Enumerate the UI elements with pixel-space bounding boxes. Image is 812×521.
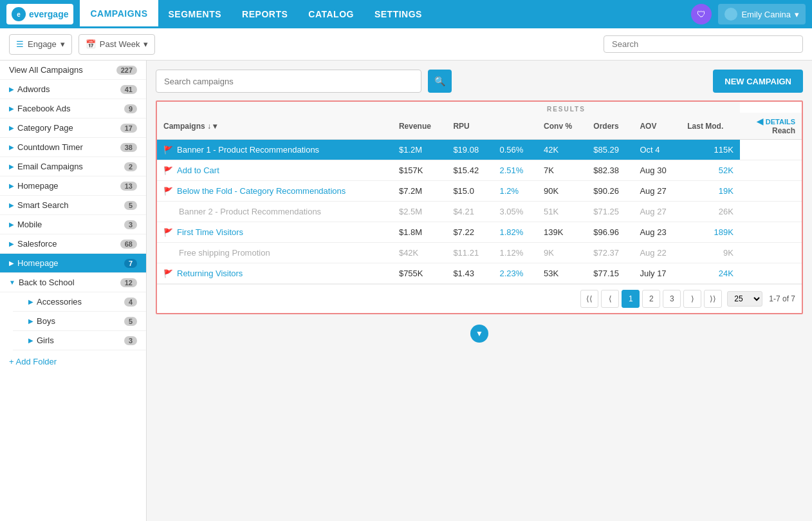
facebook-ads-label: Facebook Ads bbox=[17, 104, 124, 113]
last-mod-cell: Oct 4 bbox=[633, 140, 681, 160]
facebook-ads-count: 9 bbox=[124, 104, 137, 113]
engage-dropdown[interactable]: ☰ Engage ▾ bbox=[9, 34, 72, 55]
th-conv[interactable]: Conv % bbox=[537, 113, 587, 140]
search-input[interactable] bbox=[604, 35, 803, 53]
table-row[interactable]: 🚩 Returning Visitors $755K $1.43 2.23% 5… bbox=[157, 263, 802, 284]
reach-cell: 9K bbox=[681, 243, 740, 263]
arrow-icon: ▶ bbox=[28, 317, 33, 325]
add-folder-button[interactable]: + Add Folder bbox=[0, 350, 146, 373]
girls-count: 3 bbox=[124, 336, 137, 345]
sidebar-item-back-to-school[interactable]: ▼ Back to School 12 bbox=[0, 273, 146, 292]
page-last-button[interactable]: ⟩⟩ bbox=[704, 290, 722, 308]
table-row[interactable]: 🚩 First Time Visitors $1.8M $7.22 1.82% … bbox=[157, 222, 802, 243]
sidebar-item-accessories[interactable]: ▶ Accessories 4 bbox=[13, 292, 146, 312]
view-all-label: View All Campaigns bbox=[9, 65, 116, 75]
last-mod-cell: July 17 bbox=[633, 263, 681, 284]
homepage-label: Homepage bbox=[17, 181, 120, 191]
view-all-count: 227 bbox=[116, 66, 137, 75]
th-last-mod[interactable]: Last Mod. bbox=[681, 113, 740, 140]
th-orders[interactable]: Orders bbox=[587, 113, 633, 140]
revenue-cell: $157K bbox=[392, 160, 447, 181]
email-campaigns-count: 2 bbox=[124, 162, 137, 171]
th-aov[interactable]: AOV bbox=[633, 113, 681, 140]
per-page-select[interactable]: 25 50 100 bbox=[727, 291, 762, 307]
campaign-name-cell: 🚩 Returning Visitors bbox=[157, 263, 392, 284]
sidebar-item-smart-search[interactable]: ▶ Smart Search 5 bbox=[0, 196, 146, 215]
sidebar-item-boys[interactable]: ▶ Boys 5 bbox=[13, 312, 146, 331]
sidebar-item-category-page[interactable]: ▶ Category Page 17 bbox=[0, 118, 146, 138]
girls-label: Girls bbox=[37, 336, 124, 345]
table-row[interactable]: 🚩 Add to Cart $157K $15.42 2.51% 7K $82.… bbox=[157, 160, 802, 181]
arrow-icon: ▶ bbox=[9, 221, 14, 228]
collapse-button[interactable]: ▼ bbox=[470, 325, 488, 343]
table-row[interactable]: 🚩 Below the Fold - Category Recommendati… bbox=[157, 181, 802, 202]
orders-cell: 139K bbox=[537, 222, 587, 243]
page-3-button[interactable]: 3 bbox=[663, 290, 681, 308]
period-dropdown[interactable]: 📅 Past Week ▾ bbox=[78, 34, 156, 55]
conv-cell: 1.12% bbox=[493, 243, 537, 263]
top-navigation: e evergage CAMPAIGNS SEGMENTS REPORTS CA… bbox=[0, 0, 812, 28]
sidebar-item-salesforce[interactable]: ▶ Salesforce 68 bbox=[0, 234, 146, 254]
sidebar-item-homepage-active[interactable]: ▶ Homepage 7 bbox=[0, 254, 146, 273]
calendar-icon: 📅 bbox=[86, 39, 96, 49]
flag-icon: 🚩 bbox=[163, 146, 173, 155]
back-to-school-count: 12 bbox=[120, 278, 137, 287]
search-campaigns-button[interactable]: 🔍 bbox=[428, 70, 452, 93]
th-campaigns[interactable]: Campaigns ↓ ▾ bbox=[157, 113, 392, 140]
page-first-button[interactable]: ⟨⟨ bbox=[580, 290, 598, 308]
search-area bbox=[604, 35, 803, 53]
th-rpu[interactable]: RPU bbox=[447, 113, 493, 140]
orders-cell: 53K bbox=[537, 263, 587, 284]
arrow-icon: ▶ bbox=[9, 202, 14, 209]
revenue-cell: $42K bbox=[392, 243, 447, 263]
th-details[interactable]: ◀ DETAILS Reach bbox=[740, 113, 802, 140]
table-row[interactable]: Banner 2 - Product Recommendations $2.5M… bbox=[157, 202, 802, 222]
orders-cell: 7K bbox=[537, 160, 587, 181]
user-area: 🛡 Emily Canina ▾ bbox=[691, 4, 806, 24]
dropdown-arrow-icon: ▾ bbox=[795, 10, 799, 19]
user-dropdown[interactable]: Emily Canina ▾ bbox=[718, 4, 806, 24]
search-campaigns-input[interactable] bbox=[156, 70, 421, 93]
conv-cell: 2.23% bbox=[493, 263, 537, 284]
email-campaigns-label: Email Campaigns bbox=[17, 162, 124, 171]
logo[interactable]: e evergage bbox=[6, 4, 73, 24]
new-campaign-button[interactable]: NEW CAMPAIGN bbox=[713, 70, 803, 93]
page-1-button[interactable]: 1 bbox=[622, 290, 640, 308]
sidebar-item-view-all[interactable]: View All Campaigns 227 bbox=[0, 61, 146, 80]
table-row[interactable]: Free shipping Promotion $42K $11.21 1.12… bbox=[157, 243, 802, 263]
rpu-cell: $15.42 bbox=[447, 160, 493, 181]
page-2-button[interactable]: 2 bbox=[642, 290, 660, 308]
revenue-cell: $1.2M bbox=[392, 140, 447, 160]
sidebar-item-countdown-timer[interactable]: ▶ Countdown Timer 38 bbox=[0, 138, 146, 157]
nav-settings[interactable]: SETTINGS bbox=[364, 0, 432, 28]
table-row[interactable]: 🚩 Banner 1 - Product Recommendations $1.… bbox=[157, 140, 802, 160]
reach-cell: 26K bbox=[681, 202, 740, 222]
campaign-name-cell: 🚩 First Time Visitors bbox=[157, 222, 392, 243]
campaign-name-label: Banner 1 - Product Recommendations bbox=[177, 145, 319, 155]
campaign-name-cell: 🚩 Banner 1 - Product Recommendations bbox=[157, 140, 392, 160]
page-next-button[interactable]: ⟩ bbox=[683, 290, 701, 308]
arrow-icon: ▶ bbox=[9, 86, 14, 93]
nav-catalog[interactable]: CATALOG bbox=[298, 0, 364, 28]
rpu-cell: $11.21 bbox=[447, 243, 493, 263]
accessories-count: 4 bbox=[124, 298, 137, 307]
nav-reports[interactable]: REPORTS bbox=[232, 0, 298, 28]
orders-cell: 9K bbox=[537, 243, 587, 263]
conv-cell: 3.05% bbox=[493, 202, 537, 222]
sidebar-item-homepage[interactable]: ▶ Homepage 13 bbox=[0, 176, 146, 196]
revenue-cell: $2.5M bbox=[392, 202, 447, 222]
sidebar-item-email-campaigns[interactable]: ▶ Email Campaigns 2 bbox=[0, 157, 146, 176]
campaigns-table: RESULTS Campaigns ↓ ▾ Revenue RPU Conv %… bbox=[157, 102, 802, 284]
page-prev-button[interactable]: ⟨ bbox=[601, 290, 619, 308]
revenue-cell: $7.2M bbox=[392, 181, 447, 202]
sidebar-item-girls[interactable]: ▶ Girls 3 bbox=[13, 331, 146, 350]
shield-icon[interactable]: 🛡 bbox=[691, 4, 712, 24]
sidebar-item-mobile[interactable]: ▶ Mobile 3 bbox=[0, 215, 146, 234]
th-revenue[interactable]: Revenue bbox=[392, 113, 447, 140]
orders-cell: 51K bbox=[537, 202, 587, 222]
nav-campaigns[interactable]: CAMPAIGNS bbox=[80, 0, 158, 28]
conv-cell: 2.51% bbox=[493, 160, 537, 181]
sidebar-item-facebook-ads[interactable]: ▶ Facebook Ads 9 bbox=[0, 99, 146, 118]
nav-segments[interactable]: SEGMENTS bbox=[158, 0, 232, 28]
sidebar-item-adwords[interactable]: ▶ Adwords 41 bbox=[0, 80, 146, 99]
